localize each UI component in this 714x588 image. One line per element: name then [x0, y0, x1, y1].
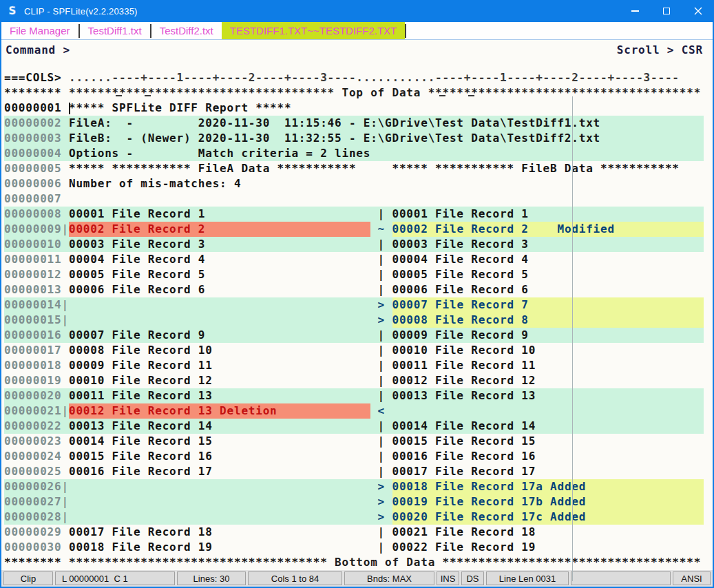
- editor-line[interactable]: 0000002000011 File Record 13 | 00013 Fil…: [4, 388, 704, 403]
- status-lines[interactable]: Lines: 30: [177, 571, 246, 585]
- line-number: 00000018: [4, 358, 69, 373]
- editor-line[interactable]: 00000026| > 00018 File Record 17a Added: [4, 479, 704, 494]
- editor-line[interactable]: 0000001800009 File Record 11 | 00011 Fil…: [4, 358, 704, 373]
- ruler-tab-mark: [145, 95, 151, 96]
- line-number: 00000004: [4, 146, 69, 161]
- diff-separator: >: [370, 510, 392, 525]
- editor-line[interactable]: 0000001100004 File Record 4 | 00004 File…: [4, 252, 704, 267]
- status-insert-mode[interactable]: INS: [437, 571, 459, 585]
- line-number: 00000001: [4, 101, 69, 116]
- command-prompt[interactable]: Command >: [6, 43, 70, 56]
- editor-line[interactable]: 0000001000003 File Record 3 | 00003 File…: [4, 237, 704, 252]
- maximize-button[interactable]: [651, 0, 682, 22]
- top-of-data-line: ******** *******************************…: [4, 85, 704, 101]
- editor-line[interactable]: 0000002900017 File Record 18 | 00021 Fil…: [4, 525, 704, 540]
- editor-line[interactable]: 0000001700008 File Record 10 | 00010 Fil…: [4, 343, 704, 358]
- editor-line[interactable]: 00000027| > 00019 File Record 17b Added: [4, 494, 704, 510]
- line-number: 00000015|: [4, 313, 69, 328]
- line-number: 00000024: [4, 449, 69, 464]
- editor-line[interactable]: 00000006Number of mis-matches: 4: [4, 176, 704, 191]
- editor-line[interactable]: 00000005***** *********** FileA Data ***…: [4, 161, 704, 176]
- editor-line[interactable]: 00000007: [4, 191, 704, 207]
- editor-line[interactable]: 00000009|00002 File Record 2 ~ 00002 Fil…: [4, 222, 704, 237]
- tab-diff-report-active[interactable]: TESTDIFF1.TXT~~TESTDIFF2.TXT: [222, 22, 406, 39]
- line-number: 00000005: [4, 161, 69, 176]
- status-clip[interactable]: Clip: [3, 571, 53, 585]
- editor-line[interactable]: 0000002500016 File Record 17 | 00017 Fil…: [4, 464, 704, 479]
- status-line-col[interactable]: L 00000001 C 1: [55, 571, 175, 585]
- close-icon: [694, 7, 702, 15]
- status-line-len[interactable]: Line Len 0031: [486, 571, 569, 585]
- line-number: 00000014|: [4, 297, 69, 313]
- status-encoding[interactable]: ANSI: [673, 571, 711, 585]
- line-text: 00013 File Record 14 | 00014 File Record…: [69, 419, 704, 434]
- editor-line[interactable]: 0000000800001 File Record 1 | 00001 File…: [4, 207, 704, 222]
- editor-line[interactable]: 00000003FileB: - (Newer) 2020-11-30 11:3…: [4, 131, 704, 146]
- line-text: 00018 File Record 19 | 00022 File Record…: [69, 540, 704, 555]
- line-number: 00000027|: [4, 494, 69, 510]
- line-number: 00000009|: [4, 222, 69, 237]
- line-number: 00000011: [4, 252, 69, 267]
- line-text: 00004 File Record 4 | 00004 File Record …: [69, 252, 704, 267]
- line-text: 00009 File Record 11 | 00011 File Record…: [69, 358, 704, 373]
- svg-text:S: S: [9, 5, 17, 17]
- diff-separator: >: [370, 494, 392, 510]
- editor-line[interactable]: 0000002200013 File Record 14 | 00014 Fil…: [4, 419, 704, 434]
- line-text: 00014 File Record 15 | 00015 File Record…: [69, 434, 704, 449]
- editor-area[interactable]: ===COLS> ......----+----1----+----2----+…: [1, 70, 713, 570]
- line-number: 00000003: [4, 131, 69, 146]
- diff-right: 00008 File Record 8: [392, 313, 704, 328]
- editor-rows: 00000001***** SPFLite DIFF Report *****0…: [4, 101, 704, 555]
- editor-line[interactable]: 0000002400015 File Record 16 | 00016 Fil…: [4, 449, 704, 464]
- line-number: 00000025: [4, 464, 69, 479]
- diff-left: 00002 File Record 2: [69, 222, 370, 237]
- bottom-of-data-line: ******** *******************************…: [4, 555, 704, 570]
- close-button[interactable]: [682, 0, 714, 22]
- line-text: 00001 File Record 1 | 00001 File Record …: [69, 207, 704, 222]
- tab-separator: [405, 24, 406, 38]
- app-window: S CLIP - SPFLite(v2.2.20335) File Manage…: [0, 0, 714, 588]
- editor-line[interactable]: 00000001***** SPFLite DIFF Report *****: [4, 101, 704, 116]
- scroll-mode-field[interactable]: Scroll > CSR: [617, 43, 703, 56]
- tab-testdiff1[interactable]: TestDiff1.txt: [80, 22, 150, 39]
- editor-line[interactable]: 0000001900010 File Record 12 | 00012 Fil…: [4, 373, 704, 388]
- line-number: 00000021|: [4, 403, 69, 419]
- tab-label: TestDiff2.txt: [160, 25, 213, 36]
- tab-file-manager[interactable]: File Manager: [1, 22, 78, 39]
- line-number: 00000010: [4, 237, 69, 252]
- editor-line[interactable]: 0000002300014 File Record 15 | 00015 Fil…: [4, 434, 704, 449]
- editor-line[interactable]: 00000021|00012 File Record 13 Deletion <: [4, 403, 704, 419]
- status-cols[interactable]: Cols 1 to 84: [248, 571, 342, 585]
- line-number: 00000008: [4, 207, 69, 222]
- status-bounds[interactable]: Bnds: MAX: [344, 571, 434, 585]
- status-ds-mode[interactable]: DS: [461, 571, 484, 585]
- line-number: 00000007: [4, 191, 69, 207]
- ruler-tab-mark: [468, 95, 474, 96]
- line-text: 00003 File Record 3 | 00003 File Record …: [69, 237, 704, 252]
- editor-line[interactable]: 00000002FileA: - 2020-11-30 11:15:46 - E…: [4, 116, 704, 131]
- editor-line[interactable]: 00000004Options - Match criteria = 2 lin…: [4, 146, 704, 161]
- minimize-button[interactable]: [619, 0, 651, 22]
- line-text: 00016 File Record 17 | 00017 File Record…: [69, 464, 704, 479]
- line-text: Options - Match criteria = 2 lines: [69, 146, 704, 161]
- line-text: 00011 File Record 13 | 00013 File Record…: [69, 388, 704, 403]
- diff-left: [69, 494, 370, 510]
- tab-testdiff2[interactable]: TestDiff2.txt: [151, 22, 222, 39]
- diff-right: [392, 403, 704, 419]
- editor-line[interactable]: 0000003000018 File Record 19 | 00022 Fil…: [4, 540, 704, 555]
- diff-left: [69, 313, 370, 328]
- line-number: 00000017: [4, 343, 69, 358]
- editor-line[interactable]: 00000014| > 00007 File Record 7: [4, 297, 704, 313]
- title-bar[interactable]: S CLIP - SPFLite(v2.2.20335): [0, 0, 714, 22]
- diff-left: 00012 File Record 13 Deletion: [69, 403, 370, 419]
- editor-workarea: Command > Scroll > CSR ===COLS> ......--…: [1, 40, 713, 570]
- line-text: 00008 File Record 10 | 00010 File Record…: [69, 343, 704, 358]
- editor-line[interactable]: 00000015| > 00008 File Record 8: [4, 313, 704, 328]
- editor-line[interactable]: 0000001600007 File Record 9 | 00009 File…: [4, 328, 704, 343]
- line-text: 00010 File Record 12 | 00012 File Record…: [69, 373, 704, 388]
- editor-line[interactable]: 0000001300006 File Record 6 | 00006 File…: [4, 282, 704, 297]
- line-text: ***** *********** FileA Data ***********…: [69, 161, 704, 176]
- window-body: File Manager TestDiff1.txt TestDiff2.txt…: [0, 22, 714, 588]
- editor-line[interactable]: 00000028| > 00020 File Record 17c Added: [4, 510, 704, 525]
- editor-line[interactable]: 0000001200005 File Record 5 | 00005 File…: [4, 267, 704, 282]
